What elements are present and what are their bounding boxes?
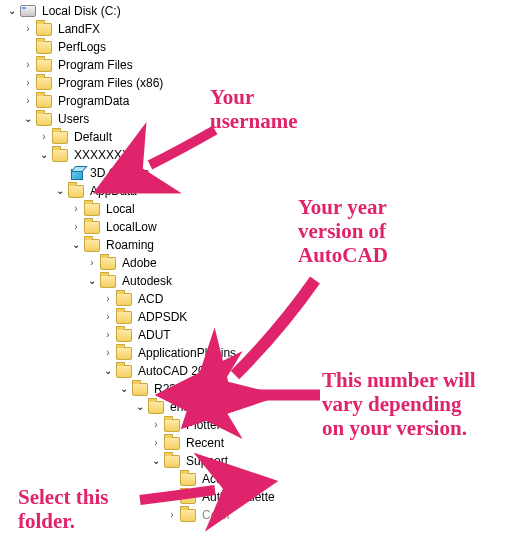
tree-label: ADUT <box>136 327 173 343</box>
tree-row-enu[interactable]: ⌄ enu <box>4 398 277 416</box>
chevron-right-icon[interactable]: › <box>164 489 180 505</box>
folder-icon <box>180 507 196 523</box>
folder-icon <box>36 75 52 91</box>
folder-icon <box>116 309 132 325</box>
tree-row[interactable]: › ProgramData <box>4 92 277 110</box>
tree-label: Color <box>200 507 233 523</box>
tree-row[interactable]: › ApplicationPlugins <box>4 344 277 362</box>
tree-row-roaming[interactable]: ⌄ Roaming <box>4 236 277 254</box>
folder-icon <box>68 183 84 199</box>
tree-label: Local Disk (C:) <box>40 3 123 19</box>
folder-icon <box>116 327 132 343</box>
tree-row[interactable]: › Default <box>4 128 277 146</box>
chevron-right-icon[interactable]: › <box>20 75 36 91</box>
tree-label: LocalLow <box>104 219 159 235</box>
tree-row[interactable]: › 3D Objects <box>4 164 277 182</box>
tree-row[interactable]: › ADPSDK <box>4 308 277 326</box>
tree-row[interactable]: › Color <box>4 506 277 524</box>
folder-icon <box>84 237 100 253</box>
tree-label: ApplicationPlugins <box>136 345 238 361</box>
chevron-right-icon[interactable]: › <box>20 57 36 73</box>
chevron-down-icon[interactable]: ⌄ <box>132 399 148 415</box>
tree-row[interactable]: › Local <box>4 200 277 218</box>
chevron-down-icon[interactable]: ⌄ <box>4 3 20 19</box>
tree-row[interactable]: › Program Files <box>4 56 277 74</box>
chevron-down-icon[interactable]: ⌄ <box>36 147 52 163</box>
tree-row[interactable]: › ADUT <box>4 326 277 344</box>
folder-icon <box>36 93 52 109</box>
tree-row-rversion[interactable]: ⌄ R23.1 <box>4 380 277 398</box>
chevron-right-icon[interactable]: › <box>100 291 116 307</box>
chevron-right-icon[interactable]: › <box>148 417 164 433</box>
tree-label: Actions <box>200 471 243 487</box>
folder-icon <box>100 255 116 271</box>
tree-row-actions[interactable]: › Actions <box>4 470 277 488</box>
tree-label: R23.1 <box>152 381 188 397</box>
tree-label: Roaming <box>104 237 156 253</box>
folder-icon <box>164 453 180 469</box>
tree-row-support[interactable]: ⌄ Support <box>4 452 277 470</box>
chevron-blank-icon: › <box>164 471 180 487</box>
chevron-right-icon[interactable]: › <box>100 309 116 325</box>
folder-icon <box>100 273 116 289</box>
chevron-right-icon[interactable]: › <box>68 201 84 217</box>
tree-label: Recent <box>184 435 226 451</box>
tree-label: XXXXXXX <box>72 147 132 163</box>
chevron-down-icon[interactable]: ⌄ <box>52 183 68 199</box>
chevron-right-icon[interactable]: › <box>148 435 164 451</box>
chevron-down-icon[interactable]: ⌄ <box>20 111 36 127</box>
tree-row[interactable]: › Plotters <box>4 416 277 434</box>
tree-row[interactable]: › LandFX <box>4 20 277 38</box>
folder-icon <box>36 57 52 73</box>
folder-icon <box>52 129 68 145</box>
folder-icon <box>116 345 132 361</box>
folder-icon <box>164 417 180 433</box>
folder-icon <box>132 381 148 397</box>
folder-icon <box>36 21 52 37</box>
tree-label: Adobe <box>120 255 159 271</box>
chevron-right-icon[interactable]: › <box>20 93 36 109</box>
tree-row-autodesk[interactable]: ⌄ Autodesk <box>4 272 277 290</box>
folder-icon <box>180 489 196 505</box>
tree-row[interactable]: › LocalLow <box>4 218 277 236</box>
tree-label: Default <box>72 129 114 145</box>
cube-icon <box>68 165 84 181</box>
folder-icon <box>180 471 196 487</box>
tree-row-username[interactable]: ⌄ XXXXXXX <box>4 146 277 164</box>
chevron-down-icon[interactable]: ⌄ <box>148 453 164 469</box>
chevron-blank-icon: › <box>52 165 68 181</box>
chevron-right-icon[interactable]: › <box>84 255 100 271</box>
tree-row[interactable]: › Program Files (x86) <box>4 74 277 92</box>
tree-label: LandFX <box>56 21 102 37</box>
chevron-right-icon[interactable]: › <box>36 129 52 145</box>
tree-label: Plotters <box>184 417 229 433</box>
chevron-right-icon[interactable]: › <box>100 345 116 361</box>
tree-row-appdata[interactable]: ⌄ AppData <box>4 182 277 200</box>
folder-icon <box>36 39 52 55</box>
tree-row-root[interactable]: ⌄ Local Disk (C:) <box>4 2 277 20</box>
tree-row-users[interactable]: ⌄ Users <box>4 110 277 128</box>
tree-label: ProgramData <box>56 93 131 109</box>
chevron-right-icon[interactable]: › <box>68 219 84 235</box>
chevron-right-icon[interactable]: › <box>20 21 36 37</box>
folder-tree: ⌄ Local Disk (C:) › LandFX › PerfLogs › … <box>0 0 277 524</box>
folder-icon <box>148 399 164 415</box>
tree-row[interactable]: › Adobe <box>4 254 277 272</box>
folder-icon <box>116 363 132 379</box>
tree-row[interactable]: › ACD <box>4 290 277 308</box>
tree-label: 3D Objects <box>88 165 151 181</box>
tree-row[interactable]: › Recent <box>4 434 277 452</box>
tree-label: Program Files <box>56 57 135 73</box>
chevron-down-icon[interactable]: ⌄ <box>68 237 84 253</box>
tree-row[interactable]: › PerfLogs <box>4 38 277 56</box>
chevron-down-icon[interactable]: ⌄ <box>100 363 116 379</box>
tree-row-acadyear[interactable]: ⌄ AutoCAD 2020 <box>4 362 277 380</box>
chevron-right-icon[interactable]: › <box>100 327 116 343</box>
chevron-right-icon[interactable]: › <box>164 507 180 523</box>
folder-icon <box>164 435 180 451</box>
annotation-number: This number willvary dependingon your ve… <box>322 368 476 440</box>
chevron-down-icon[interactable]: ⌄ <box>84 273 100 289</box>
tree-row[interactable]: › AuthorPalette <box>4 488 277 506</box>
chevron-down-icon[interactable]: ⌄ <box>116 381 132 397</box>
tree-label: Support <box>184 453 230 469</box>
